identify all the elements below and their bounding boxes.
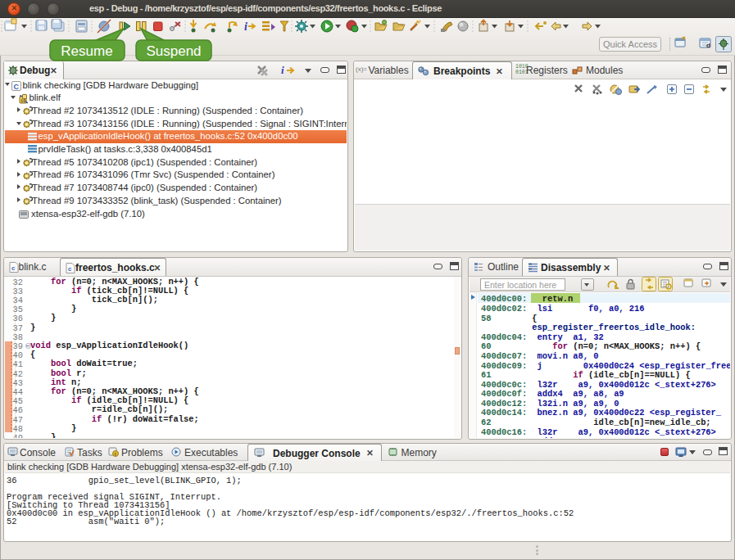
svg-text:c: c [11,264,16,272]
svg-text:d: d [706,42,710,49]
svg-text:Resume: Resume [61,43,112,59]
svg-text:10: 10 [20,97,26,103]
svg-text:Suspend: Suspend [146,43,201,59]
svg-text:i: i [244,20,247,33]
svg-text:!: ! [114,452,116,457]
svg-text:c: c [68,265,72,273]
svg-text:C: C [14,82,20,90]
